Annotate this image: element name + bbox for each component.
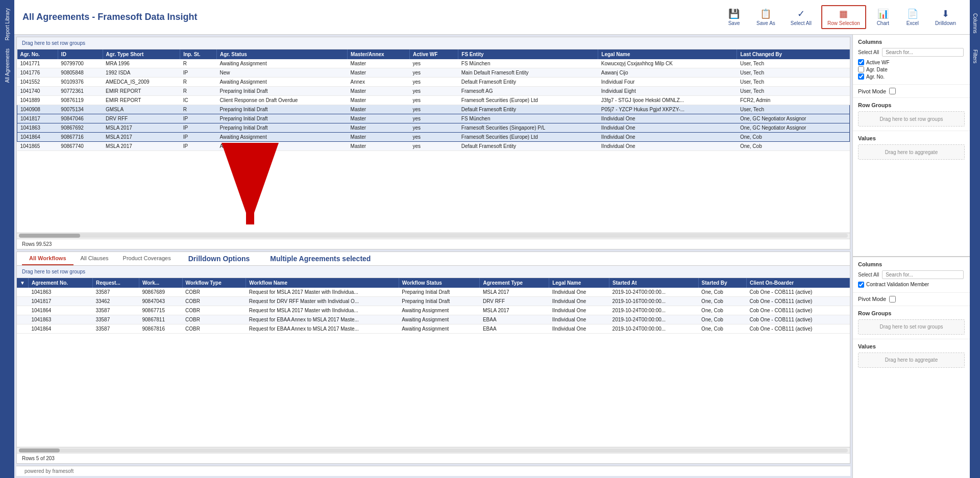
table-row[interactable]: 10418633358790867811COBRRequest for EBAA… <box>17 315 850 324</box>
table-cell: R <box>180 78 217 87</box>
table-cell: Individual Eight <box>598 87 737 96</box>
table-cell: Cob One - COB111 (active) <box>746 288 849 297</box>
bottom-values-section: Values Drag here to aggregate <box>853 339 970 372</box>
table-row[interactable]: 104177190799700MRA 1996RAwaiting Assignm… <box>17 59 850 68</box>
col-last-changed-by[interactable]: Last Changed By <box>737 49 850 59</box>
col-agr-status[interactable]: Agr. Status <box>217 49 348 59</box>
bottom-aggregate-drag[interactable]: Drag here to aggregate <box>858 353 965 368</box>
tab-all-clauses[interactable]: All Clauses <box>74 252 116 265</box>
top-data-grid[interactable]: Agr. No. ID Agr. Type Short Inp. St. Agr… <box>17 49 850 233</box>
row-selection-button[interactable]: ▦ Row Selection <box>821 5 866 29</box>
bcol-request[interactable]: Request... <box>92 278 139 288</box>
top-drag-row-groups: Drag here to set row groups <box>17 37 850 49</box>
checkbox-agr-no[interactable] <box>858 73 864 80</box>
table-row[interactable]: 10418633358790867689COBRRequest for MSLA… <box>17 288 850 297</box>
col-fs-entity[interactable]: FS Entity <box>458 49 598 59</box>
table-row[interactable]: 10418173346290847043COBRRequest for DRV … <box>17 296 850 306</box>
table-cell: IIndividual One <box>549 324 609 333</box>
table-row[interactable]: 104181790847046DRV RFFIPPreparing Initia… <box>17 114 850 123</box>
bcol-workflow-status[interactable]: Workflow Status <box>399 278 480 288</box>
table-cell: EBAA <box>480 324 549 333</box>
table-cell: 1041863 <box>28 288 92 297</box>
sidebar-item-all-agreements[interactable]: All Agreements <box>4 45 11 86</box>
col-agr-type-short[interactable]: Agr. Type Short <box>103 49 180 59</box>
bcol-started-at[interactable]: Started At <box>609 278 699 288</box>
table-cell: MSLA 2017 <box>480 306 549 315</box>
col-id[interactable]: ID <box>58 49 103 59</box>
col-legal-name[interactable]: Legal Name <box>598 49 737 59</box>
tab-product-coverages[interactable]: Product Coverages <box>116 252 178 265</box>
checkbox-active-wf[interactable] <box>858 59 864 65</box>
table-cell: COBR <box>182 296 246 306</box>
checkbox-agr-date[interactable] <box>858 66 864 72</box>
col-agr-no[interactable]: Agr. No. <box>17 49 58 59</box>
table-row[interactable]: 10418643358790867816COBRRequest for EBAA… <box>17 324 850 333</box>
table-cell: IIndividual One <box>598 114 737 123</box>
bcol-started-by[interactable]: Started By <box>698 278 746 288</box>
table-row[interactable]: 104186490867716MSLA 2017IPAwaiting Assig… <box>17 133 850 142</box>
bottom-data-grid[interactable]: ▼ Agreement No. Request... Work... Workf… <box>17 278 850 447</box>
bottom-select-all-label[interactable]: Select All <box>858 272 879 278</box>
sidebar-item-filters[interactable]: Filters <box>971 46 979 66</box>
top-scroll-bar[interactable] <box>17 233 850 239</box>
table-row[interactable]: 104090890075134GMSLARPreparing Initial D… <box>17 105 850 114</box>
table-cell: User, Tech <box>737 78 850 87</box>
table-cell: GMSLA <box>103 105 180 114</box>
app-title: All Agreements - Framesoft Data Insight <box>22 12 197 22</box>
bottom-search-input[interactable] <box>882 270 964 279</box>
save-button[interactable]: 💾 Save <box>721 6 747 29</box>
bcol-agreement-no[interactable]: Agreement No. <box>28 278 92 288</box>
bottom-pivot-mode-label: Pivot Mode <box>858 296 886 302</box>
bcol-agreement-type[interactable]: Agreement Type <box>480 278 549 288</box>
sidebar-item-columns[interactable]: Columns <box>971 10 979 36</box>
table-row[interactable]: 10418643358790867715COBRRequest for MSLA… <box>17 306 850 315</box>
sidebar-item-report-library[interactable]: Report Library <box>4 5 11 43</box>
table-cell: 1041740 <box>17 87 58 96</box>
table-cell: EMIR REPORT <box>103 87 180 96</box>
top-pivot-mode-checkbox[interactable] <box>889 88 896 94</box>
bcol-filter[interactable]: ▼ <box>17 278 28 288</box>
checkbox-contract-validation[interactable] <box>858 282 864 288</box>
table-cell: 2019-10-24T00:00:00... <box>609 315 699 324</box>
bcol-workflow-type[interactable]: Workflow Type <box>182 278 246 288</box>
table-row[interactable]: 104188990876119EMIR REPORTICClient Respo… <box>17 96 850 105</box>
bottom-table: ▼ Agreement No. Request... Work... Workf… <box>17 278 850 334</box>
bottom-row-groups-drag[interactable]: Drag here to set row groups <box>858 319 965 335</box>
table-cell: FS München <box>458 59 598 68</box>
tab-all-workflows[interactable]: All Workflows <box>22 252 74 265</box>
top-select-all-label[interactable]: Select All <box>858 49 879 55</box>
col-master-annex[interactable]: Master/Annex <box>348 49 410 59</box>
table-row[interactable]: 104186390867692MSLA 2017IPPreparing Init… <box>17 123 850 133</box>
table-cell: Client Response on Draft Overdue <box>217 96 348 105</box>
top-table-header: Agr. No. ID Agr. Type Short Inp. St. Agr… <box>17 49 850 59</box>
top-select-all-row: Select All <box>858 48 965 57</box>
chart-label: Chart <box>877 20 889 26</box>
bcol-legal-name[interactable]: Legal Name <box>549 278 609 288</box>
col-inp-st[interactable]: Inp. St. <box>180 49 217 59</box>
table-row[interactable]: 104174090772361EMIR REPORTRPreparing Ini… <box>17 87 850 96</box>
table-cell: 33587 <box>92 324 139 333</box>
table-cell: IIndividual One <box>598 133 737 142</box>
bcol-client-onboarder[interactable]: Client On-Boarder <box>746 278 849 288</box>
save-as-button[interactable]: 📋 Save As <box>751 6 781 29</box>
table-cell: R <box>180 87 217 96</box>
table-cell: 90109376 <box>58 78 103 87</box>
drilldown-button[interactable]: ⬇ Drilldown <box>929 6 962 29</box>
top-aggregate-drag[interactable]: Drag here to aggregate <box>858 144 965 160</box>
top-search-input[interactable] <box>882 48 964 57</box>
chart-button[interactable]: 📊 Chart <box>870 6 896 29</box>
table-row[interactable]: 104186590867740MSLA 2017IPAwaiting Assig… <box>17 142 850 151</box>
select-all-button[interactable]: ✓ Select All <box>785 6 817 29</box>
table-cell: 90867811 <box>139 315 182 324</box>
table-cell: Awaiting Assignment <box>217 142 348 151</box>
table-cell: User, Tech <box>737 59 850 68</box>
bottom-pivot-mode-checkbox[interactable] <box>889 296 896 303</box>
bcol-workflow-name[interactable]: Workflow Name <box>246 278 399 288</box>
bcol-work[interactable]: Work... <box>139 278 182 288</box>
table-row[interactable]: 1041776908058481992 ISDAIPNewMasteryesMa… <box>17 68 850 78</box>
col-active-wf[interactable]: Active WF <box>410 49 458 59</box>
top-row-groups-drag[interactable]: Drag here to set row groups <box>858 111 965 127</box>
table-row[interactable]: 104155290109376AMEDCA_IS_2009RAwaiting A… <box>17 78 850 87</box>
excel-button[interactable]: 📄 Excel <box>900 6 925 29</box>
bottom-scroll-bar[interactable] <box>17 447 850 453</box>
